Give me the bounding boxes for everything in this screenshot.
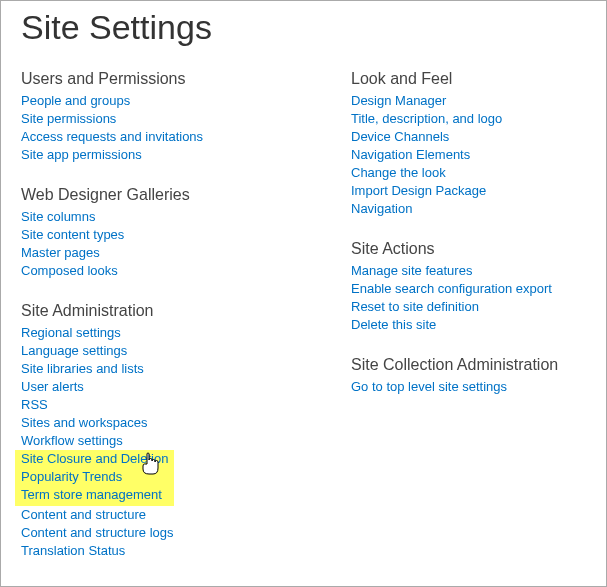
link-site-columns[interactable]: Site columns [21, 208, 351, 226]
link-site-libraries-and-lists[interactable]: Site libraries and lists [21, 360, 351, 378]
highlight-region: Site Closure and DeletionPopularity Tren… [15, 450, 174, 506]
link-manage-site-features[interactable]: Manage site features [351, 262, 591, 280]
link-master-pages[interactable]: Master pages [21, 244, 351, 262]
link-popularity-trends[interactable]: Popularity Trends [21, 468, 168, 486]
link-enable-search-configuration-export[interactable]: Enable search configuration export [351, 280, 591, 298]
section-heading: Site Actions [351, 240, 591, 258]
link-reset-to-site-definition[interactable]: Reset to site definition [351, 298, 591, 316]
section-heading: Web Designer Galleries [21, 186, 351, 204]
link-access-requests-and-invitations[interactable]: Access requests and invitations [21, 128, 351, 146]
link-navigation[interactable]: Navigation [351, 200, 591, 218]
link-composed-looks[interactable]: Composed looks [21, 262, 351, 280]
section-site-actions: Site ActionsManage site featuresEnable s… [351, 240, 591, 334]
link-sites-and-workspaces[interactable]: Sites and workspaces [21, 414, 351, 432]
left-column: Users and PermissionsPeople and groupsSi… [21, 70, 351, 582]
link-people-and-groups[interactable]: People and groups [21, 92, 351, 110]
link-delete-this-site[interactable]: Delete this site [351, 316, 591, 334]
link-term-store-management[interactable]: Term store management [21, 486, 168, 504]
right-column: Look and FeelDesign ManagerTitle, descri… [351, 70, 591, 418]
section-web-designer-galleries: Web Designer GalleriesSite columnsSite c… [21, 186, 351, 280]
section-site-collection-administration: Site Collection AdministrationGo to top … [351, 356, 591, 396]
link-content-and-structure[interactable]: Content and structure [21, 506, 351, 524]
link-translation-status[interactable]: Translation Status [21, 542, 351, 560]
section-heading: Site Collection Administration [351, 356, 591, 374]
section-heading: Look and Feel [351, 70, 591, 88]
link-regional-settings[interactable]: Regional settings [21, 324, 351, 342]
link-rss[interactable]: RSS [21, 396, 351, 414]
section-heading: Users and Permissions [21, 70, 351, 88]
link-site-content-types[interactable]: Site content types [21, 226, 351, 244]
section-site-administration: Site AdministrationRegional settingsLang… [21, 302, 351, 560]
link-site-app-permissions[interactable]: Site app permissions [21, 146, 351, 164]
link-language-settings[interactable]: Language settings [21, 342, 351, 360]
link-site-permissions[interactable]: Site permissions [21, 110, 351, 128]
link-navigation-elements[interactable]: Navigation Elements [351, 146, 591, 164]
section-users-and-permissions: Users and PermissionsPeople and groupsSi… [21, 70, 351, 164]
link-workflow-settings[interactable]: Workflow settings [21, 432, 351, 450]
section-heading: Site Administration [21, 302, 351, 320]
link-content-and-structure-logs[interactable]: Content and structure logs [21, 524, 351, 542]
link-design-manager[interactable]: Design Manager [351, 92, 591, 110]
link-go-to-top-level-site-settings[interactable]: Go to top level site settings [351, 378, 591, 396]
link-change-the-look[interactable]: Change the look [351, 164, 591, 182]
link-device-channels[interactable]: Device Channels [351, 128, 591, 146]
link-site-closure-and-deletion[interactable]: Site Closure and Deletion [21, 450, 168, 468]
page-title: Site Settings [21, 9, 586, 46]
section-look-and-feel: Look and FeelDesign ManagerTitle, descri… [351, 70, 591, 218]
link-user-alerts[interactable]: User alerts [21, 378, 351, 396]
link-import-design-package[interactable]: Import Design Package [351, 182, 591, 200]
link-title-description-and-logo[interactable]: Title, description, and logo [351, 110, 591, 128]
